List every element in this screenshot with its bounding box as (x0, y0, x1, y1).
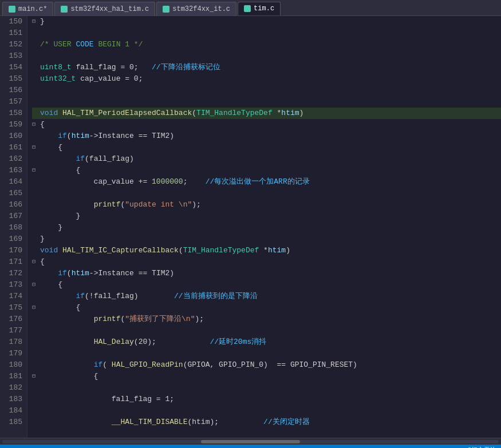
code-line-178: HAL_Delay(20); //延时20ms消抖 (32, 336, 501, 348)
code-line-185: __HAL_TIM_DISABLE(htim); //关闭定时器 (32, 417, 501, 428)
tab-label-hal-tim: stm32f4xx_hal_tim.c (70, 5, 149, 13)
tab-icon-hal-tim (61, 6, 68, 13)
code-line-180: if( HAL_GPIO_ReadPin(GPIOA, GPIO_PIN_0) … (32, 359, 501, 371)
code-line-175: ⊟ { (32, 302, 501, 314)
code-line-158: void HAL_TIM_PeriodElapsedCallback(TIM_H… (32, 108, 501, 119)
line-numbers: 150 151 152 153 154 155 156 157 158 159 … (0, 16, 27, 438)
tab-main-c[interactable]: main.c* (2, 2, 53, 15)
code-content[interactable]: ⊟} /* USER CODE BEGIN 1 */ uint8_t fall_… (27, 16, 501, 438)
tab-label-it: stm32f4xx_it.c (172, 5, 230, 13)
code-line-169: } (32, 233, 501, 245)
code-line-177 (32, 325, 501, 336)
code-line-153 (32, 50, 501, 62)
code-line-151 (32, 27, 501, 39)
code-line-163: ⊟ { (32, 165, 501, 176)
code-line-164: cap_value += 1000000; //每次溢出做一个加ARR的记录 (32, 176, 501, 188)
status-bar: CSDN @行之无边 (0, 445, 501, 448)
tab-icon-it (163, 6, 169, 13)
tab-stm32f4xx-it[interactable]: stm32f4xx_it.c (156, 2, 236, 15)
code-line-152: /* USER CODE BEGIN 1 */ (32, 39, 501, 50)
code-line-156 (32, 85, 501, 96)
tab-icon-main-c (9, 6, 15, 13)
tab-stm32f4xx-hal-tim[interactable]: stm32f4xx_hal_tim.c (54, 2, 155, 15)
tab-bar: main.c* stm32f4xx_hal_tim.c stm32f4xx_it… (0, 0, 501, 16)
code-line-155: uint32_t cap_value = 0; (32, 73, 501, 85)
code-line-170: void HAL_TIM_IC_CaptureCallback(TIM_Hand… (32, 245, 501, 256)
code-line-173: ⊟ { (32, 279, 501, 291)
code-line-167: } (32, 211, 501, 222)
code-line-176: printf("捕获到了下降沿\n"); (32, 314, 501, 325)
tab-icon-tim-c (244, 5, 251, 12)
code-line-159: ⊟{ (32, 119, 501, 130)
code-line-172: if(htim->Instance == TIM2) (32, 268, 501, 279)
code-area: 150 151 152 153 154 155 156 157 158 159 … (0, 16, 501, 438)
code-line-182 (32, 382, 501, 394)
code-line-154: uint8_t fall_flag = 0; //下降沿捕获标记位 (32, 62, 501, 73)
code-line-168: } (32, 222, 501, 233)
tab-label-main-c: main.c* (18, 5, 47, 13)
code-line-150: ⊟} (32, 16, 501, 27)
code-line-171: ⊟{ (32, 256, 501, 268)
watermark-text: CSDN @行之无边 (448, 446, 496, 449)
code-line-183: fall_flag = 1; (32, 394, 501, 405)
code-line-166: printf("update int \n"); (32, 199, 501, 211)
scrollbar-thumb[interactable] (201, 440, 300, 443)
code-line-165 (32, 188, 501, 199)
code-line-160: if(htim->Instance == TIM2) (32, 130, 501, 142)
code-line-157 (32, 96, 501, 108)
code-line-161: ⊟ { (32, 142, 501, 153)
tab-tim-c[interactable]: tim.c (238, 2, 281, 15)
tab-label-tim-c: tim.c (254, 5, 274, 13)
code-line-184 (32, 405, 501, 417)
code-line-181: ⊟ { (32, 371, 501, 382)
code-line-179 (32, 348, 501, 359)
code-line-162: if(fall_flag) (32, 153, 501, 165)
scrollbar-track[interactable] (2, 440, 499, 443)
horizontal-scrollbar[interactable] (0, 438, 501, 445)
code-line-174: if(!fall_flag) //当前捕获到的是下降沿 (32, 291, 501, 302)
